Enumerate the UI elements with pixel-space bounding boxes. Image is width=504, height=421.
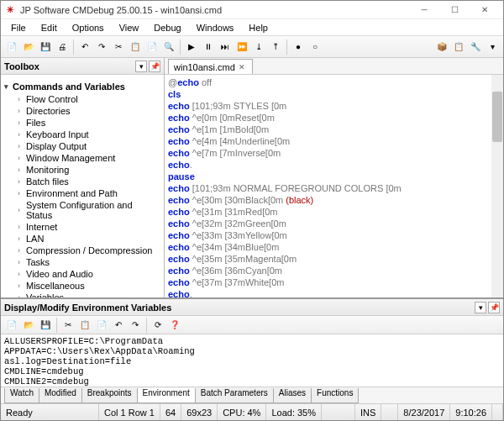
toolbar-button[interactable]: ▶: [184, 39, 199, 55]
tree-item[interactable]: ›Batch files: [1, 176, 164, 187]
scrollbar-thumb[interactable]: [492, 92, 502, 142]
env-tab-watch[interactable]: Watch: [4, 388, 39, 403]
toolbar-button[interactable]: ⤓: [251, 39, 266, 55]
tree-item[interactable]: ›LAN: [1, 233, 164, 245]
toolbar-button[interactable]: 🔧: [468, 39, 483, 55]
menu-windows[interactable]: Windows: [190, 21, 241, 34]
code-line: echo ^e[31m [31mRed[0m: [168, 206, 500, 218]
toolbar-separator: [73, 39, 74, 55]
toolbar-button[interactable]: 💾: [38, 318, 53, 333]
toolbar-button[interactable]: ✂: [111, 39, 126, 55]
toolbar-button[interactable]: 💾: [38, 39, 53, 55]
toolbar-button[interactable]: ⏭: [218, 39, 233, 55]
toolbar-button[interactable]: ⤒: [268, 39, 283, 55]
toolbar-button[interactable]: 🔍: [161, 39, 176, 55]
tab-label: win10ansi.cmd: [174, 62, 235, 72]
toolbar-button[interactable]: ↷: [128, 318, 143, 333]
toolbar-button[interactable]: ❓: [167, 318, 182, 333]
toolbox-tree: ▾ Commands and Variables ›Flow Control›D…: [1, 75, 164, 297]
env-tab-functions[interactable]: Functions: [311, 388, 359, 403]
tree-item[interactable]: ›Miscellaneous: [1, 280, 164, 292]
tree-root-commands[interactable]: ▾ Commands and Variables: [1, 80, 164, 93]
minimize-button[interactable]: ─: [409, 2, 439, 18]
toolbar-button[interactable]: ○: [307, 39, 323, 55]
tree-item[interactable]: ›Flow Control: [1, 93, 164, 105]
toolbar-button[interactable]: 📄: [4, 39, 19, 55]
menu-options[interactable]: Options: [66, 21, 111, 34]
app-icon: ✳: [4, 4, 16, 16]
editor-tab-active[interactable]: win10ansi.cmd ✕: [168, 59, 253, 74]
toolbar-button[interactable]: 🖨: [55, 39, 70, 55]
env-header: Display/Modify Environment Variables ▾ 📌: [1, 299, 503, 316]
toolbar-button[interactable]: ↶: [111, 318, 126, 333]
tree-item[interactable]: ›Directories: [1, 105, 164, 117]
toolbar-button[interactable]: ▾: [485, 39, 500, 55]
env-textarea[interactable]: ALLUSERSPROFILE=C:\ProgramData APPDATA=C…: [1, 334, 503, 387]
editor-scrollbar[interactable]: [491, 75, 503, 297]
tab-close-icon[interactable]: ✕: [239, 63, 247, 71]
menu-file[interactable]: File: [4, 21, 33, 34]
toolbar-button[interactable]: 📂: [21, 39, 36, 55]
toolbar-button[interactable]: 📄: [144, 39, 160, 55]
chevron-right-icon: ›: [18, 142, 26, 150]
tree-item[interactable]: ›Files: [1, 117, 164, 129]
env-tab-modified[interactable]: Modified: [39, 388, 82, 403]
code-line: echo ^e[36m [36mCyan[0m: [168, 265, 500, 276]
maximize-button[interactable]: ☐: [439, 2, 470, 18]
environment-panel: Display/Modify Environment Variables ▾ 📌…: [1, 297, 503, 403]
status-load: Load: 35%: [266, 404, 322, 420]
window-buttons: ─ ☐ ✕: [409, 2, 500, 18]
tree-item[interactable]: ›Tasks: [1, 256, 164, 268]
toolbar-separator: [56, 318, 57, 333]
tree-item[interactable]: ›Video and Audio: [1, 268, 164, 280]
env-tab-batch-parameters[interactable]: Batch Parameters: [195, 388, 274, 403]
env-tab-environment[interactable]: Environment: [137, 388, 196, 403]
toolbar-button[interactable]: ✂: [60, 318, 76, 333]
code-line: echo ^e[1m [1mBold[0m: [168, 124, 500, 135]
env-tab-aliases[interactable]: Aliases: [273, 388, 312, 403]
tree-item[interactable]: ›Window Management: [1, 152, 164, 164]
menu-debug[interactable]: Debug: [147, 21, 187, 34]
toolbox-panel: Toolbox ▾ 📌 ▾ Commands and Variables ›Fl…: [1, 58, 165, 297]
tree-item[interactable]: ›Display Output: [1, 140, 164, 152]
env-dropdown-button[interactable]: ▾: [475, 302, 486, 313]
toolbox-dropdown-button[interactable]: ▾: [135, 61, 147, 72]
menu-view[interactable]: View: [113, 21, 146, 34]
toolbar-button[interactable]: ↷: [94, 39, 109, 55]
code-editor[interactable]: @echo offclsecho [101;93m STYLES [0mecho…: [165, 75, 503, 297]
toolbar-button[interactable]: 📂: [21, 318, 36, 333]
toolbar-button[interactable]: ●: [291, 39, 306, 55]
tree-item[interactable]: ›System Configuration and Status: [1, 199, 164, 221]
chevron-down-icon: ▾: [4, 82, 13, 91]
toolbar-button[interactable]: 📋: [451, 39, 466, 55]
tree-item[interactable]: ›Keyboard Input: [1, 129, 164, 140]
toolbar-button[interactable]: 📦: [434, 39, 449, 55]
toolbar-button[interactable]: ⏸: [201, 39, 216, 55]
toolbox-pin-button[interactable]: 📌: [149, 61, 160, 72]
close-button[interactable]: ✕: [470, 2, 500, 18]
tree-item-label: Window Management: [26, 153, 115, 163]
env-pin-button[interactable]: 📌: [488, 302, 500, 313]
chevron-right-icon: ›: [18, 118, 26, 127]
toolbar-button[interactable]: ↶: [77, 39, 92, 55]
toolbar-button[interactable]: 📋: [128, 39, 143, 55]
tree-item[interactable]: ›Monitoring: [1, 164, 164, 176]
menu-help[interactable]: Help: [242, 21, 275, 34]
toolbar-button[interactable]: ⟳: [150, 318, 165, 333]
toolbar-separator: [146, 318, 147, 333]
code-line: echo ^e[35m [35mMagenta[0m: [168, 253, 500, 265]
chevron-right-icon: ›: [18, 270, 26, 278]
tree-item[interactable]: ›Internet: [1, 221, 164, 233]
toolbar-button[interactable]: 📄: [4, 318, 19, 333]
tree-item[interactable]: ›Environment and Path: [1, 187, 164, 199]
toolbar-button[interactable]: ⏩: [234, 39, 249, 55]
tree-item[interactable]: ›Compression / Decompression: [1, 245, 164, 256]
toolbar-separator: [286, 39, 287, 55]
tree-item-label: Compression / Decompression: [26, 245, 152, 255]
toolbar-button[interactable]: 📋: [77, 318, 92, 333]
toolbox-title: Toolbox: [4, 61, 134, 71]
env-tab-breakpoints[interactable]: Breakpoints: [81, 388, 138, 403]
tree-item[interactable]: ›Variables: [1, 292, 164, 297]
menu-edit[interactable]: Edit: [34, 21, 64, 34]
toolbar-button[interactable]: 📄: [94, 318, 109, 333]
